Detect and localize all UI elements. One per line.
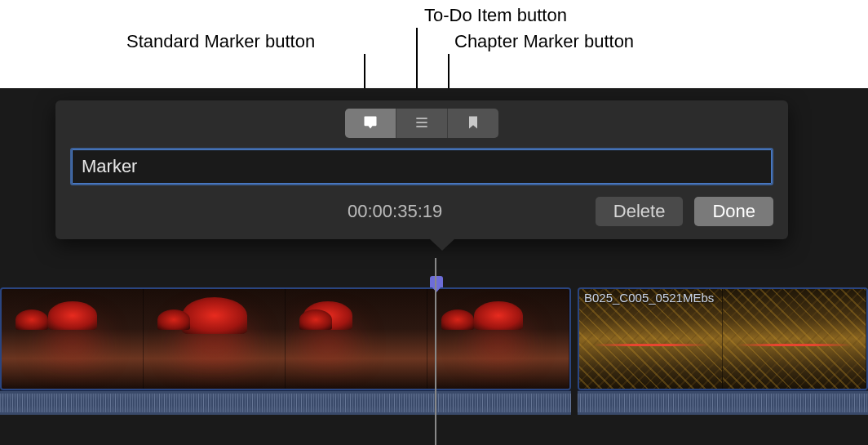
todo-item-button[interactable] bbox=[396, 109, 448, 138]
marker-timecode: 00:00:35:19 bbox=[348, 201, 442, 222]
marker-type-segmented-control bbox=[345, 109, 498, 138]
marker-pin-icon bbox=[430, 276, 443, 287]
clip-thumbnail bbox=[286, 289, 427, 389]
playhead[interactable] bbox=[435, 258, 436, 445]
svg-rect-1 bbox=[416, 122, 427, 123]
marker-name-input[interactable] bbox=[70, 148, 773, 185]
waveform-graphic bbox=[0, 394, 571, 412]
clip-name-label: B025_C005_0521MEbs bbox=[584, 291, 714, 305]
clip-thumbnail bbox=[427, 289, 569, 389]
bookmark-icon bbox=[465, 114, 481, 133]
delete-button[interactable]: Delete bbox=[596, 197, 684, 226]
done-button[interactable]: Done bbox=[694, 197, 773, 226]
chapter-marker-button[interactable] bbox=[448, 109, 498, 138]
timeline[interactable]: B025_C005_0521MEbs bbox=[0, 283, 868, 417]
popover-footer: 00:00:35:19 Delete Done bbox=[70, 197, 773, 226]
callout-chapter-marker: Chapter Marker button bbox=[454, 31, 634, 52]
clip-thumbnail bbox=[723, 289, 866, 389]
standard-marker-button[interactable] bbox=[345, 109, 396, 138]
callout-annotations: Standard Marker button To-Do Item button… bbox=[0, 0, 868, 88]
svg-rect-0 bbox=[416, 118, 427, 119]
editor-background: 00:00:35:19 Delete Done B025_C005_0521ME… bbox=[0, 88, 868, 445]
clip-thumbnail bbox=[2, 289, 144, 389]
audio-waveform[interactable] bbox=[578, 390, 868, 415]
timeline-clip[interactable]: B025_C005_0521MEbs bbox=[578, 287, 868, 390]
timeline-clip[interactable] bbox=[0, 287, 571, 390]
waveform-graphic bbox=[578, 394, 868, 412]
clip-thumbnails bbox=[2, 289, 569, 389]
audio-waveform[interactable] bbox=[0, 390, 571, 415]
clip-thumbnail bbox=[144, 289, 286, 389]
standard-marker-icon bbox=[362, 114, 379, 133]
marker-edit-popover: 00:00:35:19 Delete Done bbox=[55, 100, 788, 239]
callout-todo-item: To-Do Item button bbox=[424, 5, 567, 26]
marker-pin[interactable] bbox=[430, 276, 443, 292]
todo-list-icon bbox=[414, 114, 430, 133]
callout-standard-marker: Standard Marker button bbox=[126, 31, 315, 52]
svg-rect-2 bbox=[416, 126, 427, 127]
